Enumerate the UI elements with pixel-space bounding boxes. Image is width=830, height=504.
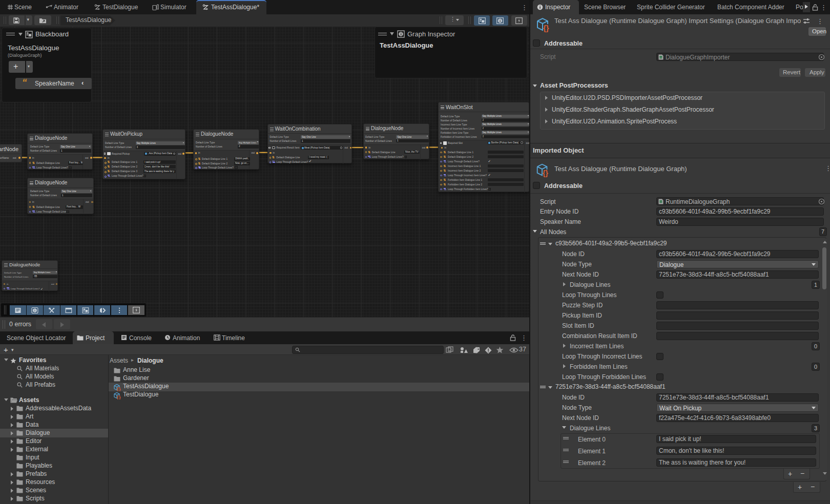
svg-text:{}: {} <box>543 169 548 177</box>
svg-text:{}: {} <box>117 386 121 391</box>
svg-text:{}: {} <box>117 394 121 399</box>
svg-text:{}: {} <box>543 24 549 32</box>
